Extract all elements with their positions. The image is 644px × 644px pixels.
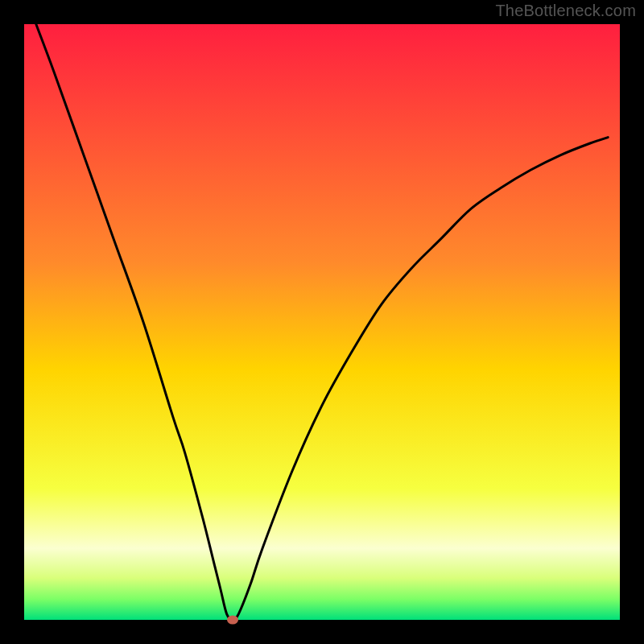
chart-container: TheBottleneck.com xyxy=(0,0,644,644)
plot-background xyxy=(24,24,620,620)
watermark-text: TheBottleneck.com xyxy=(495,2,636,20)
optimal-point-marker xyxy=(227,616,238,625)
bottleneck-chart xyxy=(0,0,644,644)
